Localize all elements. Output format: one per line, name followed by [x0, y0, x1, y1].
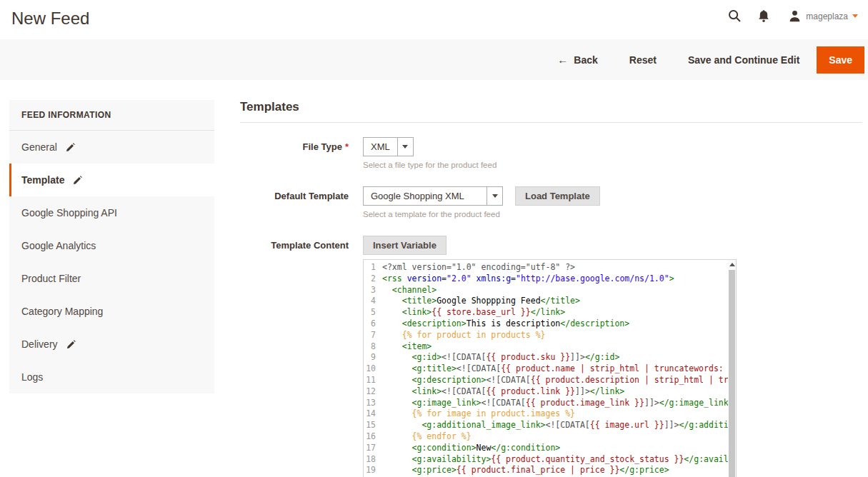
back-label: Back — [574, 54, 597, 66]
code-pane[interactable]: <?xml version="1.0" encoding="utf-8" ?><… — [379, 262, 736, 476]
code-line: <link>{{ store.base_url }}</link> — [382, 307, 736, 318]
line-number: 2 — [364, 273, 376, 285]
code-line: <g:title><![CDATA[{{ product.name | stri… — [382, 363, 736, 375]
default-template-row: Default Template Google Shopping XML Loa… — [240, 186, 862, 219]
main-panel: Templates File Type* XML Select a file t… — [240, 100, 862, 477]
select-caret-icon — [487, 187, 502, 205]
default-template-label: Default Template — [240, 186, 349, 219]
default-template-select[interactable]: Google Shopping XML — [363, 186, 503, 206]
edit-pencil-icon — [66, 340, 76, 349]
account-username: mageplaza — [806, 11, 848, 21]
sidebar-item-product-filter[interactable]: Product Filter — [9, 262, 214, 295]
line-number: 18 — [364, 454, 376, 466]
account-menu[interactable]: mageplaza — [789, 10, 858, 22]
code-line: <description>This is description</descri… — [382, 318, 736, 330]
sidebar-item-category-mapping[interactable]: Category Mapping — [9, 295, 214, 328]
sidebar-item-label: Category Mapping — [21, 306, 103, 317]
template-content-label: Template Content — [240, 236, 349, 477]
select-caret-icon — [397, 138, 413, 156]
line-number: 19 — [364, 465, 376, 476]
code-line: <rss version="2.0" xmlns:g="http://base.… — [382, 273, 736, 285]
sidebar-item-label: General — [21, 141, 57, 153]
section-divider — [240, 122, 862, 123]
content-area: FEED INFORMATION GeneralTemplateGoogle S… — [0, 80, 868, 477]
code-line: {% for product in products %} — [382, 330, 736, 341]
line-number: 1 — [364, 262, 376, 273]
sidebar-item-label: Product Filter — [21, 273, 81, 284]
sidebar-item-general[interactable]: General — [9, 131, 214, 164]
sidebar-title: FEED INFORMATION — [9, 100, 214, 131]
code-line: <link><![CDATA[{{ product.link }}]]></li… — [382, 386, 736, 398]
sidebar-item-label: Logs — [21, 371, 43, 383]
line-number: 7 — [364, 330, 376, 341]
line-number: 13 — [364, 398, 376, 409]
file-type-label: File Type* — [240, 137, 349, 169]
line-number: 10 — [364, 363, 376, 375]
code-line: <g:price>{{ product.final_price | price … — [382, 465, 736, 476]
load-template-button[interactable]: Load Template — [515, 186, 600, 206]
code-line: <title>Google Shoppping Feed</title> — [382, 296, 736, 307]
line-number: 9 — [364, 352, 376, 363]
sidebar-item-label: Google Shopping API — [21, 207, 117, 219]
line-number: 12 — [364, 386, 376, 398]
sidebar-item-label: Google Analytics — [21, 240, 96, 251]
code-line: <g:availability>{{ product.quantity_and_… — [382, 454, 736, 466]
line-number: 8 — [364, 341, 376, 353]
file-type-value: XML — [364, 138, 397, 156]
file-type-row: File Type* XML Select a file type for th… — [240, 137, 862, 169]
save-and-continue-button[interactable]: Save and Continue Edit — [688, 54, 799, 66]
sidebar-item-google-analytics[interactable]: Google Analytics — [9, 229, 214, 262]
sidebar-item-logs[interactable]: Logs — [9, 361, 214, 393]
user-icon — [789, 10, 801, 22]
line-number: 17 — [364, 443, 376, 454]
action-toolbar: ← Back Reset Save and Continue Edit Save — [0, 39, 868, 80]
scroll-up-arrow-icon[interactable] — [728, 260, 736, 269]
reset-button[interactable]: Reset — [629, 54, 657, 66]
edit-pencil-icon — [66, 143, 75, 152]
line-number: 4 — [364, 296, 376, 307]
section-title: Templates — [240, 100, 862, 114]
default-template-help: Select a template for the product feed — [363, 210, 600, 219]
line-number: 16 — [364, 431, 376, 443]
header-actions: mageplaza — [728, 9, 858, 23]
sidebar-item-label: Delivery — [21, 338, 58, 350]
code-line: <g:image_link><![CDATA[{{ product.image_… — [382, 398, 736, 409]
line-number-gutter: 12345678910111213141516171819 — [364, 262, 379, 476]
required-asterisk: * — [345, 141, 349, 152]
sidebar-item-template[interactable]: Template — [9, 164, 214, 196]
sidebar-item-label: Template — [21, 174, 64, 186]
scrollbar-thumb[interactable] — [729, 270, 735, 477]
notifications-bell-icon[interactable] — [757, 9, 770, 23]
editor-scrollbar[interactable] — [728, 260, 736, 477]
code-line: {% endfor %} — [382, 431, 736, 443]
code-line: <g:id><![CDATA[{{ product.sku }}]]></g:i… — [382, 352, 736, 363]
back-button[interactable]: ← Back — [557, 54, 597, 66]
insert-variable-button[interactable]: Insert Variable — [363, 236, 447, 255]
line-number: 5 — [364, 307, 376, 318]
code-line: <g:description><![CDATA[{{ product.descr… — [382, 375, 736, 386]
default-template-value: Google Shopping XML — [364, 187, 487, 205]
chevron-down-icon — [852, 14, 858, 18]
sidebar-item-google-shopping-api[interactable]: Google Shopping API — [9, 196, 214, 229]
sidebar-items: GeneralTemplateGoogle Shopping APIGoogle… — [9, 131, 214, 393]
page-title: New Feed — [11, 9, 89, 29]
feed-information-sidebar: FEED INFORMATION GeneralTemplateGoogle S… — [9, 100, 214, 393]
back-arrow-icon: ← — [557, 54, 568, 66]
code-line: <item> — [382, 341, 736, 353]
search-icon[interactable] — [728, 9, 742, 23]
edit-pencil-icon — [73, 176, 82, 185]
line-number: 11 — [364, 375, 376, 386]
file-type-select[interactable]: XML — [363, 137, 414, 156]
line-number: 15 — [364, 420, 376, 431]
line-number: 3 — [364, 285, 376, 296]
code-line: {% for image in product.images %} — [382, 408, 736, 420]
code-line: <g:additional_image_link><![CDATA[{{ ima… — [382, 420, 736, 431]
code-line: <g:condition>New</g:condition> — [382, 443, 736, 454]
template-content-row: Template Content Insert Variable 1234567… — [240, 236, 862, 477]
line-number: 14 — [364, 408, 376, 420]
template-code-editor[interactable]: 12345678910111213141516171819 <?xml vers… — [363, 259, 737, 477]
line-number: 6 — [364, 318, 376, 330]
code-line: <channel> — [382, 285, 736, 296]
save-button[interactable]: Save — [817, 46, 864, 74]
sidebar-item-delivery[interactable]: Delivery — [9, 328, 214, 361]
